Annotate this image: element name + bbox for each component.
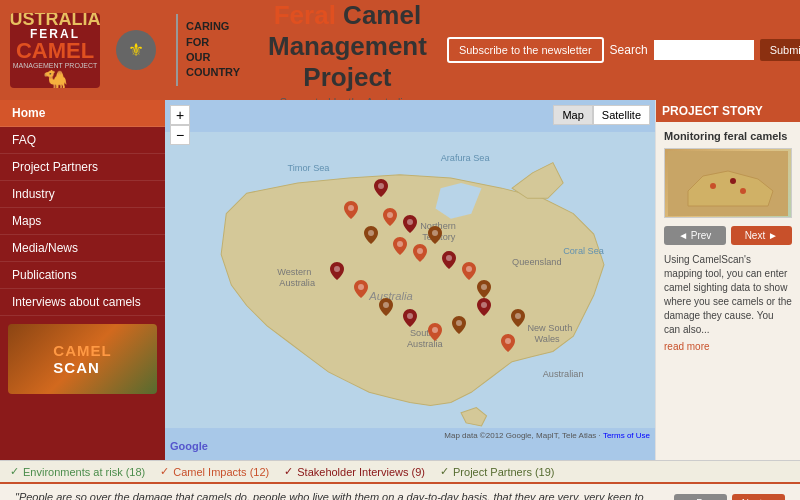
map-pin-2[interactable]	[383, 208, 397, 229]
svg-text:Australian: Australian	[543, 369, 584, 379]
legend-label-camel: Camel Impacts (12)	[173, 466, 269, 478]
map-pin-9[interactable]	[462, 262, 476, 283]
map-pin-15[interactable]	[428, 323, 442, 344]
map-attribution: Map data ©2012 Google, MapIT, Tele Atlas…	[444, 431, 650, 440]
svg-point-17	[387, 212, 393, 218]
legend-check-partners: ✓	[440, 465, 449, 478]
logo-feral-text: AUSTRALIAN	[10, 13, 100, 28]
sidebar-item-maps[interactable]: Maps	[0, 208, 165, 235]
svg-text:Arafura Sea: Arafura Sea	[441, 153, 491, 163]
search-input[interactable]	[654, 40, 754, 60]
title-feral: Feral	[274, 0, 336, 30]
map-pin-12[interactable]	[354, 280, 368, 301]
zoom-in-button[interactable]: +	[170, 105, 190, 125]
google-label: Google	[170, 440, 208, 452]
camel-scan-image: CAMELSCAN	[8, 324, 157, 394]
read-more-link[interactable]: read more	[664, 341, 792, 352]
legend-label-partners: Project Partners (19)	[453, 466, 554, 478]
map-pin-18[interactable]	[501, 334, 515, 355]
sidebar-item-media-news[interactable]: Media/News	[0, 235, 165, 262]
map-type-map[interactable]: Map	[553, 105, 592, 125]
map-pin-11[interactable]	[330, 262, 344, 283]
svg-point-15	[348, 205, 354, 211]
svg-point-26	[334, 266, 340, 272]
camel-icon: 🐪	[10, 70, 100, 87]
story-prev-button[interactable]: ◄ Prev	[664, 226, 726, 245]
map-pin-0[interactable]	[344, 201, 358, 222]
svg-text:Queensland: Queensland	[512, 257, 561, 267]
svg-point-27	[358, 284, 364, 290]
sidebar-item-industry[interactable]: Industry	[0, 181, 165, 208]
caring-text: CARINGFOROURCOUNTRY	[176, 14, 248, 86]
bottom-next-button[interactable]: Next ►	[732, 494, 785, 501]
legend-camel-impacts: ✓ Camel Impacts (12)	[160, 465, 269, 478]
quote-text: "People are so over the damage that came…	[15, 491, 664, 500]
svg-point-21	[417, 248, 423, 254]
svg-point-33	[505, 338, 511, 344]
svg-point-29	[407, 313, 413, 319]
map-pin-3[interactable]	[364, 226, 378, 247]
svg-point-31	[456, 320, 462, 326]
sidebar-item-project-partners[interactable]: Project Partners	[0, 154, 165, 181]
svg-point-37	[710, 183, 716, 189]
legend-label-environments: Environments at risk (18)	[23, 466, 145, 478]
svg-text:Wales: Wales	[535, 334, 561, 344]
australia-map-svg: Australia Northern Territory Queensland …	[165, 100, 655, 460]
map-pin-7[interactable]	[428, 226, 442, 247]
map-pin-13[interactable]	[379, 298, 393, 319]
search-label: Search	[610, 43, 648, 57]
govt-emblem: ⚜	[116, 30, 156, 70]
sidebar-item-home[interactable]: Home	[0, 100, 165, 127]
map-pin-8[interactable]	[442, 251, 456, 272]
svg-point-34	[515, 313, 521, 319]
map-container[interactable]: Australia Northern Territory Queensland …	[165, 100, 655, 460]
feral-camel-logo: AUSTRALIAN FERAL CAMEL MANAGEMENT PROJEC…	[10, 13, 100, 88]
project-story-title: PROJECT STORY	[656, 100, 800, 122]
svg-text:Coral Sea: Coral Sea	[563, 246, 605, 256]
story-nav: ◄ Prev Next ►	[664, 226, 792, 245]
legend-label-stakeholder: Stakeholder Interviews (9)	[297, 466, 425, 478]
svg-point-16	[378, 183, 384, 189]
header: AUSTRALIAN FERAL CAMEL MANAGEMENT PROJEC…	[0, 0, 800, 100]
legend-check-camel: ✓	[160, 465, 169, 478]
content-area: Home FAQ Project Partners Industry Maps …	[0, 100, 800, 460]
sidebar-item-interviews[interactable]: Interviews about camels	[0, 289, 165, 316]
map-type-controls: Map Satellite	[553, 105, 650, 125]
svg-point-23	[446, 255, 452, 261]
camel-scan-banner[interactable]: CAMELSCAN	[8, 324, 157, 394]
map-pin-17[interactable]	[477, 298, 491, 319]
bottom-nav: ◄ Prev Next ►	[674, 494, 786, 501]
map-legend: ✓ Environments at risk (18) ✓ Camel Impa…	[0, 460, 800, 482]
svg-point-24	[466, 266, 472, 272]
svg-point-30	[432, 327, 438, 333]
bottom-prev-button[interactable]: ◄ Prev	[674, 494, 727, 501]
svg-point-39	[740, 188, 746, 194]
map-pin-16[interactable]	[452, 316, 466, 337]
map-pin-5[interactable]	[403, 215, 417, 236]
svg-point-19	[397, 241, 403, 247]
sidebar-item-publications[interactable]: Publications	[0, 262, 165, 289]
govt-logo: ⚜	[108, 18, 163, 83]
svg-rect-36	[668, 151, 788, 216]
svg-point-32	[481, 302, 487, 308]
svg-point-28	[383, 302, 389, 308]
header-controls: Subscribe to the newsletter Search Submi…	[447, 37, 800, 63]
svg-point-22	[432, 230, 438, 236]
svg-text:Western: Western	[277, 267, 311, 277]
map-pin-1[interactable]	[374, 179, 388, 200]
zoom-out-button[interactable]: −	[170, 125, 190, 145]
svg-point-20	[407, 219, 413, 225]
story-next-button[interactable]: Next ►	[731, 226, 793, 245]
monitoring-title: Monitoring feral camels	[664, 130, 792, 142]
sidebar-item-faq[interactable]: FAQ	[0, 127, 165, 154]
map-pin-4[interactable]	[393, 237, 407, 258]
map-pin-6[interactable]	[413, 244, 427, 265]
map-type-satellite[interactable]: Satellite	[593, 105, 650, 125]
map-pin-14[interactable]	[403, 309, 417, 330]
story-thumbnail-svg	[668, 151, 788, 216]
map-pin-19[interactable]	[511, 309, 525, 330]
submit-button[interactable]: Submit	[760, 39, 800, 61]
subscribe-button[interactable]: Subscribe to the newsletter	[447, 37, 604, 63]
terms-link[interactable]: Terms of Use	[603, 431, 650, 440]
story-thumbnail	[664, 148, 792, 218]
